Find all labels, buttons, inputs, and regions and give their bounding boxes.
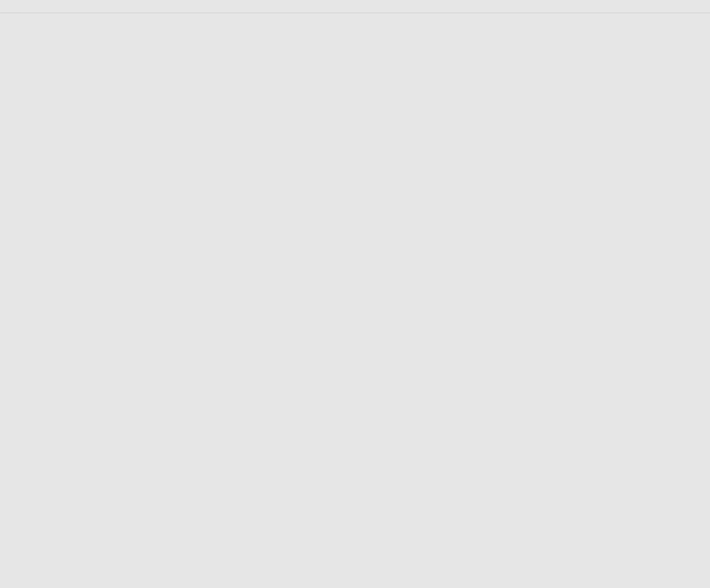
ribbon-gap [0, 0, 710, 13]
spreadsheet-frame [0, 0, 710, 13]
